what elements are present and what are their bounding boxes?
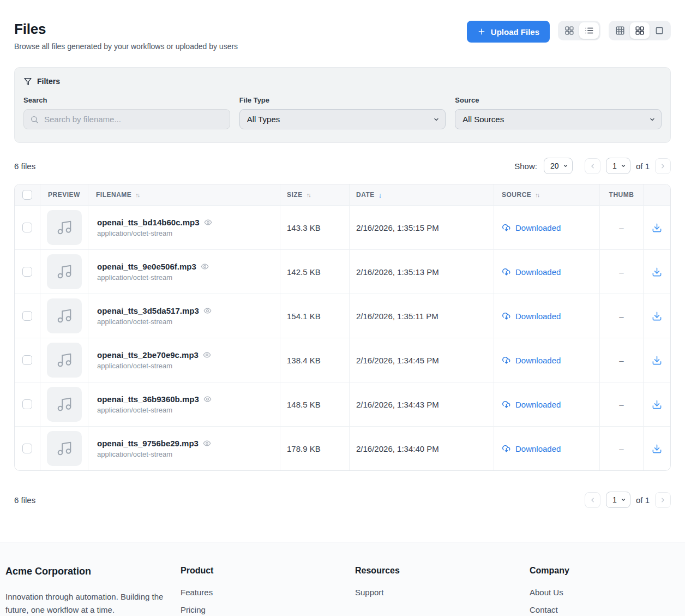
filename[interactable]: openai_tts_36b9360b.mp3 [97,394,199,404]
table-row: openai_tts_9756be29.mp3 application/octe… [15,426,670,470]
select-all-checkbox[interactable] [22,190,32,200]
download-button[interactable] [652,444,662,454]
file-date: 2/16/2026, 1:35:11 PM [349,294,494,338]
footer-link-support[interactable]: Support [355,588,530,597]
prev-page-button[interactable] [585,158,600,174]
eye-icon[interactable] [203,395,212,403]
download-button[interactable] [652,399,662,410]
eye-icon[interactable] [203,439,211,447]
page-size-select[interactable]: 20 [544,158,573,174]
download-button[interactable] [652,355,662,366]
grid-2x2-icon [635,26,645,35]
source-link[interactable]: Downloaded [502,356,561,365]
search-input[interactable] [23,109,230,129]
filename[interactable]: openai_tts_2be70e9c.mp3 [97,350,199,360]
download-button[interactable] [652,223,662,233]
preview-column-header: PREVIEW [40,184,88,205]
filename-column-header[interactable]: FILENAME ↑↓ [88,184,280,205]
mime-type: application/octet-stream [97,362,172,370]
medium-grid-button[interactable] [630,22,650,39]
filter-funnel-icon [23,77,32,86]
music-note-icon [56,352,73,368]
footer-link-features[interactable]: Features [181,588,355,597]
eye-icon[interactable] [204,218,212,226]
source-select[interactable]: All Sources [455,109,662,129]
file-type-label: File Type [239,96,446,104]
source-link[interactable]: Downloaded [502,267,561,277]
source-link[interactable]: Downloaded [502,444,561,453]
row-checkbox[interactable] [22,444,32,453]
upload-files-button[interactable]: Upload Files [467,21,550,43]
row-checkbox[interactable] [22,223,32,232]
file-size: 142.5 KB [280,250,349,294]
eye-icon[interactable] [203,351,211,359]
file-size: 148.5 KB [280,382,349,426]
next-page-button[interactable] [655,492,671,508]
thumb-cell: – [599,206,643,249]
source-label: Source [455,96,662,104]
filename[interactable]: openai_tts_bd14b60c.mp3 [97,218,200,227]
file-date: 2/16/2026, 1:34:45 PM [349,338,494,382]
date-column-header[interactable]: DATE ↓ [349,184,494,205]
audio-preview[interactable] [47,343,82,378]
thumb-cell: – [599,250,643,294]
mime-type: application/octet-stream [97,229,172,237]
eye-icon[interactable] [203,307,212,315]
footer-link-about-us[interactable]: About Us [530,588,680,597]
grid-3x3-icon [615,26,625,35]
download-button[interactable] [652,311,662,321]
table-body: openai_tts_bd14b60c.mp3 application/octe… [15,205,670,470]
audio-preview[interactable] [47,431,82,466]
music-note-icon [56,396,73,412]
source-label: Downloaded [515,356,561,365]
page-title: Files [14,21,238,38]
files-table: PREVIEW FILENAME ↑↓ SIZE ↑↓ DATE ↓ SOURC… [14,184,671,471]
filename[interactable]: openai_tts_3d5da517.mp3 [97,306,199,315]
row-checkbox[interactable] [22,311,32,321]
filename[interactable]: openai_tts_9e0e506f.mp3 [97,262,196,271]
audio-preview[interactable] [47,210,82,245]
footer-link-pricing[interactable]: Pricing [181,605,355,614]
file-type-select[interactable]: All Types [239,109,446,129]
grid-view-button[interactable] [560,22,579,39]
source-link[interactable]: Downloaded [502,223,561,232]
footer-company-name: Acme Corporation [5,566,181,577]
file-size: 154.1 KB [280,294,349,338]
footer-link-contact[interactable]: Contact [530,605,680,614]
prev-page-button[interactable] [585,492,600,508]
next-page-button[interactable] [655,158,671,174]
download-button[interactable] [652,267,662,277]
size-column-header[interactable]: SIZE ↑↓ [280,184,349,205]
list-view-button[interactable] [579,22,599,39]
footer-column-title-resources: Resources [355,566,530,576]
file-size: 178.9 KB [280,427,349,470]
row-checkbox[interactable] [22,355,32,365]
audio-preview[interactable] [47,298,82,333]
thumb-cell: – [599,382,643,426]
thumb-cell: – [599,427,643,470]
eye-icon[interactable] [201,262,209,271]
dense-grid-button[interactable] [610,22,630,39]
source-link[interactable]: Downloaded [502,312,561,321]
audio-preview[interactable] [47,254,82,289]
page-number-select[interactable]: 1 [606,492,630,508]
source-link[interactable]: Downloaded [502,400,561,409]
table-row: openai_tts_9e0e506f.mp3 application/octe… [15,249,670,294]
page-of-text: of 1 [636,495,650,505]
mime-type: application/octet-stream [97,318,172,326]
cloud-download-icon [502,400,511,409]
actions-column-header [643,184,670,205]
music-note-icon [56,308,73,324]
row-checkbox[interactable] [22,267,32,277]
row-checkbox[interactable] [22,399,32,409]
square-icon [654,26,664,35]
chevron-right-icon [659,497,666,504]
cloud-download-icon [502,223,511,232]
audio-preview[interactable] [47,387,82,422]
single-view-button[interactable] [650,22,669,39]
file-count: 6 files [14,162,35,171]
page-number-select[interactable]: 1 [606,158,630,174]
filename[interactable]: openai_tts_9756be29.mp3 [97,439,199,448]
layout-toggle-group [558,21,600,40]
source-column-header[interactable]: SOURCE ↑↓ [494,184,599,205]
